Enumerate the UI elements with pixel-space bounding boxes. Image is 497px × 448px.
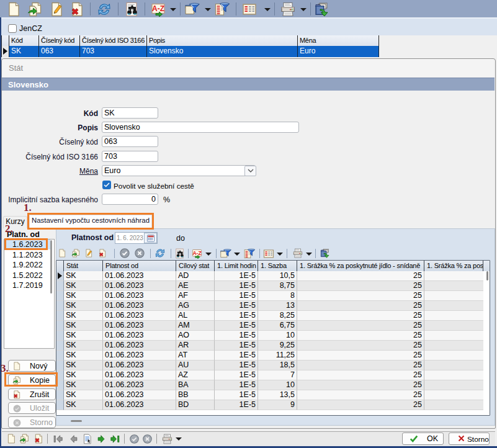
svg-text:A-Z: A-Z [152,4,164,13]
svg-text:A-Z: A-Z [192,250,201,256]
